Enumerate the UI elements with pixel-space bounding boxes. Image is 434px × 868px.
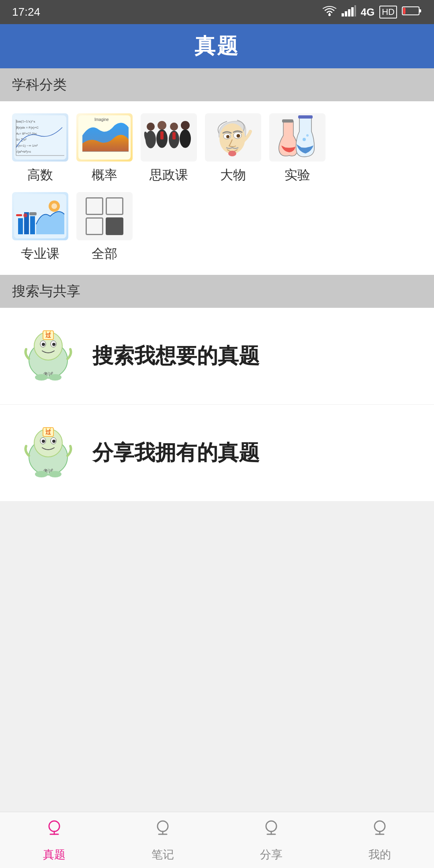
nav-icon-zhenti xyxy=(44,818,65,844)
svg-rect-1 xyxy=(342,13,344,16)
subject-item-experiment[interactable]: 实验 xyxy=(269,113,326,184)
subject-item-all[interactable]: 全部 xyxy=(76,192,133,263)
nav-label-zhenti: 真题 xyxy=(43,847,66,862)
svg-point-27 xyxy=(170,123,178,131)
svg-rect-49 xyxy=(16,214,22,216)
subject-item-physics[interactable]: 大物 xyxy=(205,113,261,184)
subject-label-all: 全部 xyxy=(92,245,117,263)
subject-item-prob[interactable]: Imagine 概率 xyxy=(76,113,133,184)
svg-rect-3 xyxy=(348,9,350,16)
page-header: 真题 xyxy=(0,24,434,68)
grid-cell-1 xyxy=(86,197,103,215)
svg-point-50 xyxy=(23,213,27,217)
subject-label-physics: 大物 xyxy=(220,166,246,184)
svg-text:过: 过 xyxy=(45,429,51,435)
subject-label-politics: 思政课 xyxy=(149,166,188,184)
nav-icon-share xyxy=(261,818,282,844)
svg-point-37 xyxy=(226,135,229,138)
signal-icon xyxy=(342,5,356,19)
svg-rect-7 xyxy=(419,9,421,12)
bottom-navigation: 真题 笔记 分享 我的 xyxy=(0,812,434,868)
svg-point-44 xyxy=(306,134,309,137)
wifi-icon xyxy=(322,5,337,19)
all-grid-icon xyxy=(82,193,127,239)
search-section-header: 搜索与共享 xyxy=(0,275,434,308)
grid-cell-3 xyxy=(86,217,103,235)
svg-point-29 xyxy=(181,121,190,130)
svg-point-79 xyxy=(49,471,61,477)
time-display: 17:24 xyxy=(12,6,40,18)
svg-text:√(a²+b²)=c: √(a²+b²)=c xyxy=(16,150,31,154)
svg-rect-48 xyxy=(30,216,35,234)
network-type: 4G xyxy=(361,6,375,18)
svg-rect-4 xyxy=(351,7,354,16)
svg-point-22 xyxy=(147,123,155,131)
svg-rect-8 xyxy=(403,8,405,14)
svg-point-58 xyxy=(42,343,45,346)
nav-icon-notes xyxy=(152,818,173,844)
subject-label-experiment: 实验 xyxy=(285,166,310,184)
subject-item-politics[interactable]: 思政课 xyxy=(141,113,197,184)
svg-rect-42 xyxy=(298,115,313,119)
svg-rect-32 xyxy=(172,132,176,139)
svg-text:∫f(x)dx = F(x)+C: ∫f(x)dx = F(x)+C xyxy=(16,126,39,129)
svg-point-30 xyxy=(180,129,191,148)
svg-point-66 xyxy=(49,374,61,381)
share-mascot-icon: 过 考试 xyxy=(20,425,76,481)
svg-rect-41 xyxy=(282,119,293,123)
svg-rect-46 xyxy=(18,218,23,234)
subject-section-header: 学科分类 xyxy=(0,68,434,101)
search-mascot-icon: 过 考试 xyxy=(20,328,76,384)
subject-item-major[interactable]: 专业课 xyxy=(12,192,68,263)
main-content: 学科分类 lim(1+1/x)^x ∫f(x)dx = F(x)+C A₀= B… xyxy=(0,68,434,868)
nav-icon-mine xyxy=(369,818,390,844)
grid-cell-4 xyxy=(106,217,123,235)
nav-label-mine: 我的 xyxy=(368,847,391,862)
svg-point-65 xyxy=(35,374,48,381)
status-icons: 4G HD xyxy=(322,5,422,19)
nav-item-share[interactable]: 分享 xyxy=(217,812,326,868)
nav-item-zhenti[interactable]: 真题 xyxy=(0,812,108,868)
nav-item-mine[interactable]: 我的 xyxy=(326,812,434,868)
svg-text:Imagine: Imagine xyxy=(94,117,109,122)
svg-rect-51 xyxy=(29,212,37,215)
svg-point-53 xyxy=(51,203,57,209)
subject-label-major: 专业课 xyxy=(21,245,59,263)
svg-point-25 xyxy=(158,121,166,130)
grid-cell-2 xyxy=(106,197,123,215)
share-zhenti-text: 分享我拥有的真题 xyxy=(92,439,260,467)
svg-point-59 xyxy=(52,343,55,346)
subject-grid-container: lim(1+1/x)^x ∫f(x)dx = F(x)+C A₀= B²+C²-… xyxy=(0,101,434,275)
svg-point-89 xyxy=(375,821,385,831)
svg-point-78 xyxy=(35,471,48,477)
nav-label-share: 分享 xyxy=(260,847,283,862)
battery-icon xyxy=(402,6,422,19)
svg-text:lim(1+1/x)^x: lim(1+1/x)^x xyxy=(16,119,35,123)
svg-point-43 xyxy=(303,138,306,141)
search-zhenti-item[interactable]: 过 考试 搜索我想要的真题 xyxy=(0,308,434,405)
subject-label-prob: 概率 xyxy=(92,166,117,184)
subject-label-math: 高数 xyxy=(27,166,53,184)
page-title: 真题 xyxy=(194,32,240,60)
svg-point-34 xyxy=(219,123,245,154)
svg-point-83 xyxy=(158,821,168,831)
svg-point-71 xyxy=(42,440,45,443)
svg-text:过: 过 xyxy=(45,332,51,338)
subject-item-math[interactable]: lim(1+1/x)^x ∫f(x)dx = F(x)+C A₀= B²+C²-… xyxy=(12,113,68,184)
search-zhenti-text: 搜索我想要的真题 xyxy=(92,342,260,370)
svg-point-0 xyxy=(328,14,331,16)
svg-point-39 xyxy=(228,151,236,156)
svg-point-80 xyxy=(49,821,59,831)
search-share-container: 过 考试 搜索我想要的真题 xyxy=(0,308,434,501)
hd-badge: HD xyxy=(379,6,397,18)
svg-text:Σ(n=1)→∞ 1/n²: Σ(n=1)→∞ 1/n² xyxy=(16,144,38,147)
nav-label-notes: 笔记 xyxy=(151,847,174,862)
svg-point-38 xyxy=(237,134,240,138)
svg-point-72 xyxy=(52,440,55,443)
nav-item-notes[interactable]: 笔记 xyxy=(108,812,217,868)
svg-rect-5 xyxy=(354,5,356,16)
svg-rect-2 xyxy=(345,11,347,16)
svg-point-86 xyxy=(266,821,276,831)
share-zhenti-item[interactable]: 过 考试 分享我拥有的真题 xyxy=(0,405,434,501)
status-bar: 17:24 4G HD xyxy=(0,0,434,24)
